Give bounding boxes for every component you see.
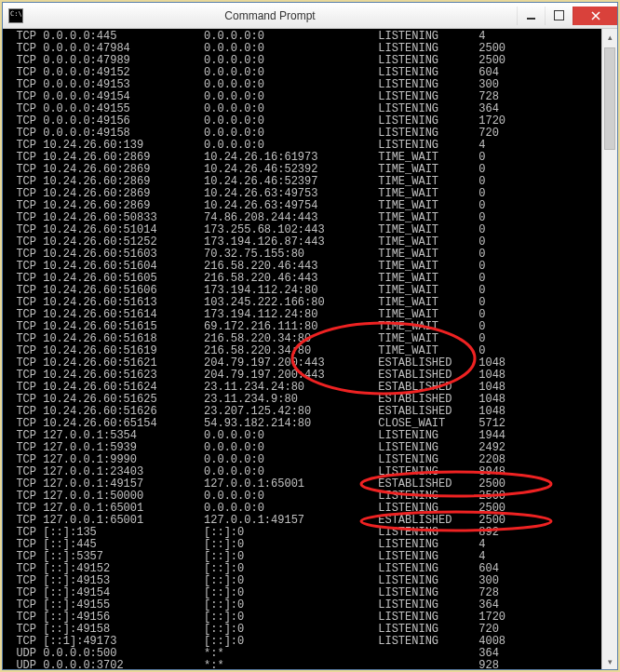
- vertical-scrollbar[interactable]: ▴ ▾: [601, 29, 617, 669]
- minimize-button[interactable]: [517, 7, 545, 25]
- col-local: 0.0.0.0:3702: [43, 660, 204, 669]
- col-proto: UDP: [3, 660, 43, 669]
- close-button[interactable]: [573, 7, 617, 25]
- col-state: LISTENING: [378, 636, 478, 648]
- window-controls: [517, 7, 617, 25]
- window-title: Command Prompt: [23, 9, 517, 22]
- command-prompt-icon: [8, 8, 23, 23]
- terminal-output[interactable]: TCP0.0.0.0:4450.0.0.0:0LISTENING4TCP0.0.…: [3, 29, 601, 669]
- content-area: TCP0.0.0.0:4450.0.0.0:0LISTENING4TCP0.0.…: [3, 29, 617, 669]
- window-frame: Command Prompt TCP0.0.0.0:4450.0.0.0:0LI…: [2, 2, 618, 670]
- scrollbar-thumb[interactable]: [604, 47, 615, 150]
- col-remote: [::]:0: [204, 636, 378, 648]
- col-remote: *:*: [204, 660, 378, 669]
- scroll-down-arrow-icon[interactable]: ▾: [602, 653, 617, 669]
- col-pid: 928: [478, 660, 499, 669]
- scroll-up-arrow-icon[interactable]: ▴: [602, 29, 617, 45]
- col-remote: *:*: [204, 648, 378, 660]
- titlebar[interactable]: Command Prompt: [3, 3, 617, 29]
- maximize-button[interactable]: [545, 7, 573, 25]
- netstat-row: UDP0.0.0.0:3702*:*928: [3, 660, 601, 669]
